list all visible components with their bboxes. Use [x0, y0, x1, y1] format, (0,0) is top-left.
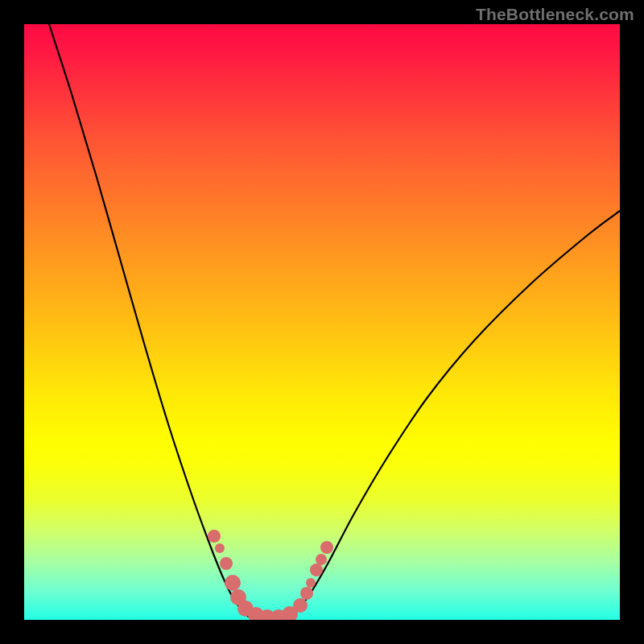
curve-svg	[24, 24, 620, 620]
plot-area	[24, 24, 620, 620]
segment-marker	[300, 587, 313, 600]
segment-marker	[220, 557, 233, 570]
segment-marker	[306, 578, 316, 588]
segment-marker	[293, 598, 308, 613]
curve-line	[49, 24, 620, 619]
segment-marker	[225, 575, 241, 591]
markers-group	[208, 530, 333, 620]
segment-marker	[215, 543, 225, 553]
segment-marker	[320, 541, 333, 554]
watermark-text: TheBottleneck.com	[476, 5, 634, 24]
chart-frame: TheBottleneck.com	[0, 0, 644, 644]
segment-marker	[208, 530, 221, 543]
segment-marker	[310, 564, 323, 576]
segment-marker	[316, 554, 327, 565]
